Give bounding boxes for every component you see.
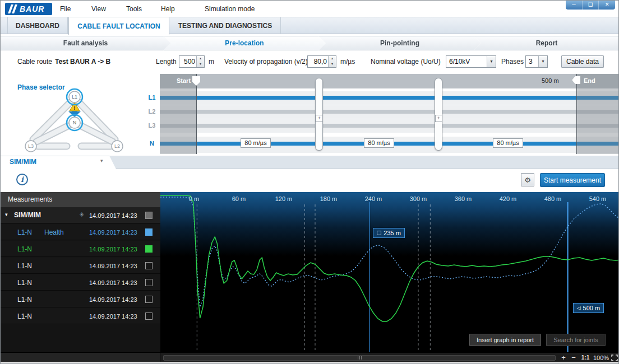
row-checkbox[interactable] [145,212,153,219]
row-checkbox[interactable] [145,245,153,253]
trace-plot [160,192,619,352]
spin-up-icon[interactable]: ▴ [329,56,336,62]
window-controls: ─ ❑ ✕ [566,1,615,10]
group-label: SIM/MIM [14,211,41,219]
fullscreen-icon[interactable] [611,354,618,361]
row-checkbox[interactable] [145,228,153,236]
menu-tools[interactable]: Tools [126,5,142,13]
zoom-1to1-button[interactable]: 1:1 [580,353,591,362]
velocity-label: Velocity of propagation (v/2) [224,58,308,66]
x-tick-label: 240 m [365,195,382,202]
bottom-bar-left [1,353,160,362]
measurement-row[interactable]: L1-N Health 14.09.2017 14:23 [1,224,160,240]
menu-file[interactable]: File [60,5,71,13]
chevron-down-icon[interactable]: ▾ [100,158,103,164]
start-measurement-button[interactable]: Start measurement [540,173,605,187]
row-checkbox[interactable] [145,279,153,286]
row-checkbox[interactable] [145,296,153,303]
x-tick-label: 120 m [275,195,293,202]
horizontal-scrollbar[interactable] [163,355,556,361]
zoom-in-button[interactable]: + [560,353,567,362]
zoom-level: 100% [593,353,609,362]
chevron-down-icon[interactable]: ▾ [487,56,496,67]
tdr-graph[interactable]: 0 m60 m120 m180 m240 m300 m360 m420 m480… [160,192,619,352]
info-icon[interactable]: i [16,174,28,185]
measurement-row[interactable]: L1-N 14.09.2017 14:23 [1,274,160,291]
trace-label: L1-N [17,245,32,253]
spin-down-icon[interactable]: ▾ [197,62,204,67]
lane-label-n: N [144,140,160,147]
measurements-header: Measurements [1,192,160,207]
title-bar: BAUR File View Tools Help Simulation mod… [1,1,619,17]
segment-velocity-label: 80 m/µs [241,138,271,148]
start-label: Start [177,77,191,84]
chevron-down-icon[interactable]: ▾ [538,56,547,67]
tab-dashboard[interactable]: DASHBOARD [7,17,68,34]
x-tick-label: 180 m [320,195,338,202]
row-checkbox[interactable] [145,312,153,320]
cursor-marker-icon [377,231,381,235]
search-for-joints-button[interactable]: Search for joints [546,334,606,346]
trace-label: L1-N [17,228,32,236]
trace-date: 14.09.2017 14:23 [89,246,137,253]
measurement-group-row[interactable]: ▾ SIM/MIM ✳ 14.09.2017 14:23 [1,207,160,223]
measurement-row[interactable]: L1-N 14.09.2017 14:23 [1,291,160,307]
lane-label-l2: L2 [144,108,160,115]
trace-l1-n [160,195,619,321]
length-value: 500 [184,58,195,66]
lane-label-l1: L1 [144,94,160,101]
wizard-step-report[interactable]: Report [474,36,619,50]
wizard-step-pre-location[interactable]: Pre-location [163,36,326,50]
row-checkbox[interactable] [145,262,153,269]
cable-length-label: 500 m [542,77,559,84]
phases-select[interactable]: 3 ▾ [525,55,548,68]
settings-button[interactable]: ⚙ [521,173,534,186]
trace-date: 14.09.2017 14:23 [89,229,137,236]
cable-joint-marker[interactable] [315,78,323,151]
minimize-button[interactable]: ─ [566,1,583,10]
measurement-area: Measurements ▾ SIM/MIM ✳ 14.09.2017 14:2… [1,192,619,352]
velocity-input[interactable]: 80,0 ▴ ▾ [307,55,336,68]
application-window: BAUR File View Tools Help Simulation mod… [0,0,619,364]
x-tick-label: 360 m [455,195,472,202]
tab-cable-fault-location[interactable]: CABLE FAULT LOCATION [68,17,169,35]
menu-view[interactable]: View [91,5,106,13]
measure-mode-tab-band: SIM/MIM ▾ [1,156,619,169]
cursor-label-235[interactable]: 235 m [373,228,405,238]
velocity-unit: m/µs [340,58,355,66]
x-tick-label: 60 m [232,195,246,202]
close-button[interactable]: ✕ [599,1,615,10]
length-input[interactable]: 500 ▴ ▾ [179,55,205,68]
measurement-row[interactable]: L1-N 14.09.2017 14:23 [1,308,160,324]
phase-node-l2-label: L2 [114,143,120,149]
x-tick-label: 480 m [544,195,562,202]
spin-up-icon[interactable]: ▴ [197,56,204,62]
cable-line-l1 [160,96,619,100]
phase-node-l3-label: L3 [28,143,34,149]
voltage-value: 6/10kV [449,58,470,66]
trace-l1-n-health [160,197,618,307]
measurement-row[interactable]: L1-N 14.09.2017 14:23 [1,241,160,257]
cursor-label-500[interactable]: ◁ 500 m [573,303,604,313]
cursor-value: 235 m [384,230,401,236]
menu-help[interactable]: Help [161,5,175,13]
zoom-out-button[interactable]: − [570,353,578,362]
phase-selector-diagram: ! L1 N L3 L2 [8,88,138,155]
tab-testing-and-diagnostics[interactable]: TESTING AND DIAGNOSTICS [170,17,281,34]
expander-icon[interactable]: ▾ [5,212,8,217]
insert-graph-in-report-button[interactable]: Insert graph in report [469,334,541,346]
velocity-spinner[interactable]: ▴ ▾ [328,56,336,67]
maximize-button[interactable]: ❑ [583,1,599,10]
trace-date: 14.09.2017 14:23 [89,263,137,269]
cable-data-button[interactable]: Cable data [561,55,604,68]
length-spinner[interactable]: ▴ ▾ [196,56,204,67]
spin-down-icon[interactable]: ▾ [329,62,336,67]
wizard-step-pin-pointing[interactable]: Pin-pointing [318,36,481,50]
joint-plus-icon: + [435,115,442,122]
menu-simulation-mode[interactable]: Simulation mode [205,5,255,13]
sim-mim-tab-label[interactable]: SIM/MIM [10,158,36,166]
measurement-row[interactable]: L1-N 14.09.2017 14:23 [1,258,160,274]
wizard-step-fault-analysis[interactable]: Fault analysis [1,36,170,50]
cable-joint-marker[interactable] [435,78,442,151]
voltage-select[interactable]: 6/10kV ▾ [446,55,496,68]
